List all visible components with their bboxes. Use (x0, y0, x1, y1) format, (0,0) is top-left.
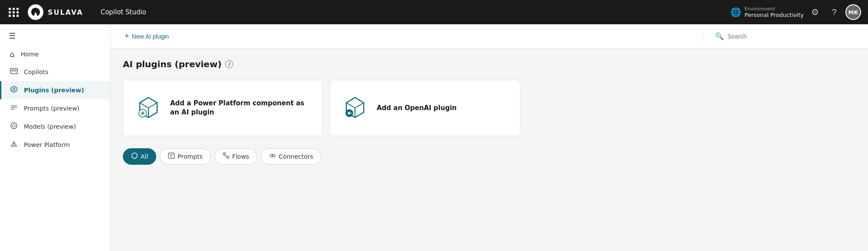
power-platform-card-icon (135, 94, 161, 122)
svg-point-29 (227, 156, 229, 159)
avatar[interactable]: MK (845, 4, 861, 20)
svg-point-30 (270, 154, 273, 157)
content-area: + New AI plugin 🔍 AI plugins (preview) i (111, 24, 868, 251)
svg-rect-2 (12, 70, 13, 71)
hamburger-icon: ☰ (9, 31, 16, 40)
topnav: SULAVA Copilot Studio 🌐 Environment Pers… (0, 0, 868, 24)
sidebar-item-prompts[interactable]: Prompts (preview) (0, 99, 110, 117)
all-tab-icon (131, 152, 138, 161)
svg-point-28 (223, 153, 225, 155)
info-icon[interactable]: i (225, 60, 233, 68)
plus-icon: + (125, 32, 129, 41)
power-platform-card-title: Add a Power Platform component as an AI … (170, 99, 310, 117)
search-input[interactable] (727, 33, 852, 40)
env-label: Environment (745, 6, 804, 12)
prompts-tab-icon (168, 152, 175, 161)
filter-tabs: All Prompts (123, 148, 856, 165)
new-plugin-label: New AI plugin (132, 33, 169, 40)
help-button[interactable]: ? (826, 4, 842, 20)
app-title: Copilot Studio (101, 8, 146, 16)
page-title-row: AI plugins (preview) i (123, 59, 856, 69)
svg-line-21 (355, 103, 364, 108)
plugins-icon (10, 85, 18, 95)
topnav-right: 🌐 Environment Personal Productivity ⚙ ? … (730, 4, 861, 20)
logo-icon (28, 4, 43, 20)
openai-card-icon (342, 94, 368, 122)
svg-line-20 (346, 103, 355, 108)
apps-grid-icon[interactable] (7, 6, 21, 19)
sidebar-toggle[interactable]: ☰ (0, 28, 110, 44)
sidebar-item-plugins[interactable]: Plugins (preview) (0, 81, 110, 99)
sidebar-item-label: Power Platform (24, 141, 70, 148)
sidebar: ☰ ⌂ Home Copilots Plugins (0, 24, 111, 251)
filter-tab-label: All (141, 153, 148, 160)
page-title: AI plugins (preview) (123, 59, 222, 69)
sidebar-item-power-platform[interactable]: Power Platform (0, 136, 110, 154)
power-platform-icon (10, 140, 18, 150)
filter-tab-label: Flows (232, 153, 249, 160)
search-box: 🔍 (710, 29, 858, 44)
page-content: AI plugins (preview) i (111, 49, 868, 251)
sidebar-item-label: Prompts (preview) (24, 105, 79, 112)
filter-tab-all[interactable]: All (123, 148, 156, 165)
sidebar-item-label: Models (preview) (24, 123, 76, 130)
toolbar-divider (703, 30, 703, 42)
svg-point-5 (13, 88, 15, 91)
sidebar-item-label: Plugins (preview) (24, 87, 84, 94)
env-text: Environment Personal Productivity (745, 6, 804, 19)
copilots-icon (10, 67, 18, 77)
prompts-icon (10, 104, 18, 113)
toolbar: + New AI plugin 🔍 (111, 24, 868, 49)
flows-tab-icon (223, 152, 230, 161)
svg-point-10 (13, 124, 15, 127)
models-icon (10, 122, 18, 131)
openai-card[interactable]: Add an OpenAI plugin (329, 80, 520, 136)
sidebar-item-label: Home (21, 51, 39, 58)
search-icon: 🔍 (715, 32, 724, 40)
filter-tab-connectors[interactable]: Connectors (261, 148, 322, 165)
svg-marker-4 (11, 86, 17, 92)
cards-row: Add a Power Platform component as an AI … (123, 80, 856, 136)
settings-button[interactable]: ⚙ (807, 4, 823, 20)
filter-tab-label: Prompts (178, 153, 203, 160)
filter-tab-label: Connectors (279, 153, 313, 160)
svg-point-31 (273, 154, 275, 157)
sidebar-item-copilots[interactable]: Copilots (0, 63, 110, 81)
filter-tab-prompts[interactable]: Prompts (160, 148, 211, 165)
svg-point-9 (11, 123, 17, 129)
svg-line-14 (148, 103, 157, 108)
power-platform-card[interactable]: Add a Power Platform component as an AI … (123, 80, 322, 136)
globe-icon: 🌐 (730, 7, 741, 17)
connectors-tab-icon (269, 152, 276, 161)
environment-selector[interactable]: 🌐 Environment Personal Productivity (730, 6, 804, 19)
home-icon: ⌂ (10, 50, 15, 59)
svg-rect-1 (10, 68, 17, 74)
env-name: Personal Productivity (745, 12, 804, 19)
filter-tab-flows[interactable]: Flows (214, 148, 257, 165)
svg-rect-25 (168, 153, 174, 158)
main-layout: ☰ ⌂ Home Copilots Plugins (0, 24, 868, 251)
sidebar-item-home[interactable]: ⌂ Home (0, 46, 110, 63)
new-ai-plugin-button[interactable]: + New AI plugin (121, 29, 172, 43)
svg-line-13 (140, 103, 148, 108)
sidebar-item-label: Copilots (24, 68, 48, 75)
openai-card-title: Add an OpenAI plugin (377, 104, 457, 113)
logo-text: SULAVA (48, 8, 83, 16)
svg-marker-24 (132, 153, 137, 159)
sidebar-item-models[interactable]: Models (preview) (0, 117, 110, 136)
svg-rect-3 (14, 70, 16, 71)
logo-area: SULAVA (28, 4, 83, 20)
